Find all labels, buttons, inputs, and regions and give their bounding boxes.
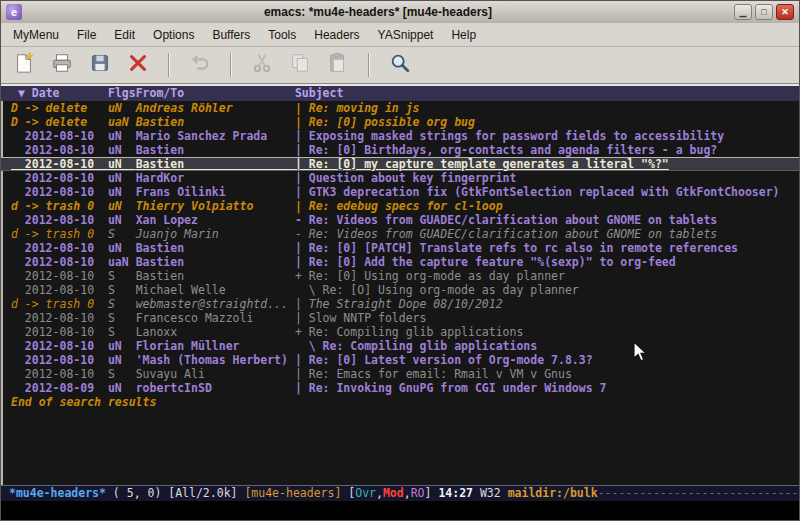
copy-icon [289, 52, 311, 78]
menu-buffers[interactable]: Buffers [203, 24, 259, 46]
row-subject: | Slow NNTP folders [295, 311, 427, 325]
row-from: Francesco Mazzoli [136, 311, 295, 325]
row-from: Bastien [136, 269, 295, 283]
headers-column-header[interactable]: ▼ Date FlgsFrom/To Subject [1, 86, 799, 101]
save-button[interactable] [85, 51, 115, 79]
row-flags: uN [108, 213, 136, 227]
message-row[interactable]: 2012-08-10 uN Florian Müllner \ Re: Comp… [1, 339, 799, 353]
column-from: From/To [136, 86, 295, 100]
row-date-mark: 2012-08-09 [11, 381, 108, 395]
row-date-mark: 2012-08-10 [11, 311, 108, 325]
message-row[interactable]: 2012-08-10 uN Bastien | Re: [0] my captu… [1, 157, 799, 171]
menu-edit[interactable]: Edit [105, 24, 144, 46]
menu-options[interactable]: Options [144, 24, 203, 46]
message-row[interactable]: 2012-08-10 uN 'Mash (Thomas Herbert) | R… [1, 353, 799, 367]
row-subject: | Exposing masked strings for password f… [295, 129, 724, 143]
row-from: webmaster@straightd... [136, 297, 295, 311]
message-row[interactable]: 2012-08-09 uN robertcInSD | Re: Invoking… [1, 381, 799, 395]
toolbar-separator [230, 53, 232, 77]
paste-button[interactable] [323, 51, 353, 79]
menu-tools[interactable]: Tools [259, 24, 305, 46]
row-from: Michael Welle [136, 283, 295, 297]
modeline-overwrite: Ovr [355, 486, 376, 500]
message-row[interactable]: 2012-08-10 uN Bastien | Re: [0] Birthday… [1, 143, 799, 157]
modeline-major-mode: [mu4e-headers] [244, 486, 341, 500]
message-row[interactable]: d -> trash 0 S Juanjo Marin - Re: Videos… [1, 227, 799, 241]
row-subject: + Re: [0] Using org-mode as day planner [295, 269, 565, 283]
minimize-button[interactable]: ▁ [734, 4, 752, 20]
row-date-mark: 2012-08-10 [11, 185, 108, 199]
copy-button[interactable] [285, 51, 315, 79]
new-message-button[interactable] [9, 51, 39, 79]
message-row[interactable]: D -> delete uaN Bastien | Re: [0] possib… [1, 115, 799, 129]
modeline-dashes: ----------------------------------------… [598, 486, 799, 500]
row-flags: uN [108, 353, 136, 367]
toolbar [1, 47, 799, 84]
row-flags: S [108, 325, 136, 339]
message-row[interactable]: 2012-08-10 uN HardKor | Question about k… [1, 171, 799, 185]
print-button[interactable] [47, 51, 77, 79]
row-from: HardKor [136, 171, 295, 185]
row-subject: - Re: Videos from GUADEC/clarification a… [295, 213, 717, 227]
menu-headers[interactable]: Headers [305, 24, 368, 46]
modeline-plain: ] [425, 486, 439, 500]
close-icon [127, 52, 149, 78]
modeline-plain: , [376, 486, 383, 500]
close-button[interactable]: ✕ [776, 4, 794, 20]
modeline-plain: ( 5, 0) [106, 486, 168, 500]
row-from: Bastien [136, 115, 295, 129]
modeline-modified: Mod [383, 486, 404, 500]
row-date-mark: d -> trash 0 [11, 227, 108, 241]
row-from: Juanjo Marin [136, 227, 295, 241]
row-date-mark: d -> trash 0 [11, 297, 108, 311]
maximize-button[interactable]: □ [755, 4, 773, 20]
menu-help[interactable]: Help [442, 24, 485, 46]
row-flags: S [108, 283, 136, 297]
toolbar-separator [168, 53, 170, 77]
row-flags: S [108, 227, 136, 241]
close-buffer-button[interactable] [123, 51, 153, 79]
column-subject: Subject [295, 86, 343, 100]
mode-line[interactable]: *mu4e-headers* ( 5, 0) [All/2.0k] [mu4e-… [1, 485, 799, 501]
row-date-mark: 2012-08-10 [11, 269, 108, 283]
echo-area[interactable] [1, 501, 799, 520]
cut-button[interactable] [247, 51, 277, 79]
row-flags: uN [108, 143, 136, 157]
message-row[interactable]: 2012-08-10 S Bastien + Re: [0] Using org… [1, 269, 799, 283]
row-subject: \ Re: [O] Using org-mode as day planner [295, 283, 579, 297]
row-flags: uN [108, 129, 136, 143]
row-flags: uN [108, 101, 136, 115]
message-row[interactable]: d -> trash 0 S webmaster@straightd... | … [1, 297, 799, 311]
message-row[interactable]: 2012-08-10 uN Bastien | Re: [0] [PATCH] … [1, 241, 799, 255]
message-row[interactable]: 2012-08-10 S Lanoxx + Re: Compiling glib… [1, 325, 799, 339]
row-date-mark: D -> delete [11, 115, 108, 129]
message-row[interactable]: 2012-08-10 uN Frans Oilinki | GTK3 depre… [1, 185, 799, 199]
modeline-buffer-name: *mu4e-headers* [9, 486, 106, 500]
row-subject: | Re: Emacs for email: Rmail v VM v Gnus [295, 367, 572, 381]
search-button[interactable] [385, 51, 415, 79]
row-subject: | Re: [0] my capture template generates … [295, 157, 669, 171]
row-from: Thierry Volpiatto [136, 199, 295, 213]
message-row[interactable]: 2012-08-10 S Suvayu Ali | Re: Emacs for … [1, 367, 799, 381]
modeline-time: 14:27 [438, 486, 480, 500]
titlebar: e emacs: *mu4e-headers* [mu4e-headers] ▁… [1, 1, 799, 23]
message-row[interactable]: 2012-08-10 S Michael Welle \ Re: [O] Usi… [1, 283, 799, 297]
message-row[interactable]: 2012-08-10 S Francesco Mazzoli | Slow NN… [1, 311, 799, 325]
row-from: Florian Müllner [136, 339, 295, 353]
modeline-plain: W32 [480, 486, 508, 500]
row-subject: | Re: moving in js [295, 101, 420, 115]
menu-file[interactable]: File [68, 24, 105, 46]
row-date-mark: 2012-08-10 [11, 157, 108, 171]
message-row[interactable]: 2012-08-10 uN Xan Lopez - Re: Videos fro… [1, 213, 799, 227]
message-row[interactable]: d -> trash 0 uN Thierry Volpiatto | Re: … [1, 199, 799, 213]
row-from: Frans Oilinki [136, 185, 295, 199]
row-flags: S [108, 269, 136, 283]
undo-button[interactable] [185, 51, 215, 79]
message-row[interactable]: 2012-08-10 uN Mario Sanchez Prada | Expo… [1, 129, 799, 143]
row-from: Mario Sanchez Prada [136, 129, 295, 143]
message-row[interactable]: 2012-08-10 uaN Bastien | Re: [0] Add the… [1, 255, 799, 269]
menu-mymenu[interactable]: MyMenu [4, 24, 68, 46]
message-row[interactable]: D -> delete uN Andreas Röhler | Re: movi… [1, 101, 799, 115]
emacs-app-icon: e [6, 4, 22, 20]
menu-yasnippet[interactable]: YASnippet [369, 24, 443, 46]
